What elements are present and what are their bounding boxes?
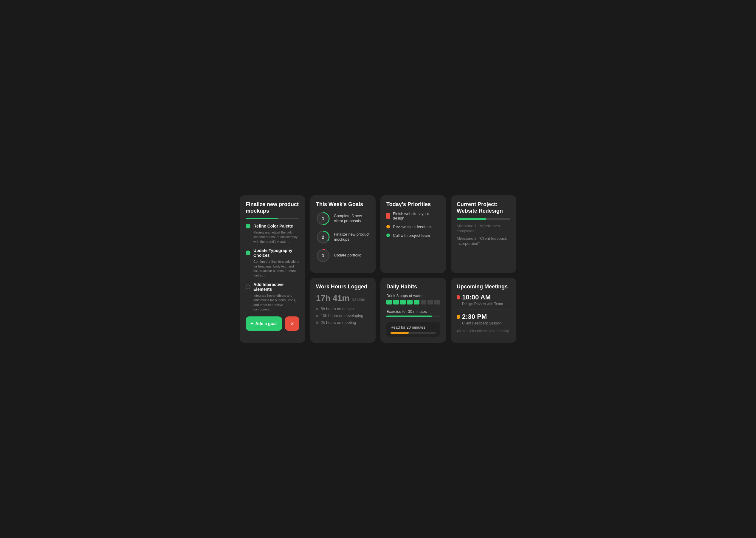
goal-desc-3: Integrate hover effects and animations f… — [246, 294, 299, 312]
read-bar-bg — [390, 332, 436, 334]
project-progress-bar — [457, 218, 510, 220]
priority-2: Review client feedback — [386, 225, 440, 229]
circle-progress-3: 1 — [316, 248, 330, 263]
water-block-2 — [393, 300, 399, 304]
milestone-1: Milestone 1: "Wireframes completed" — [457, 224, 510, 234]
habit-water: Drink 8 cups of water — [386, 294, 440, 304]
weekly-goal-text-2: Finalize new product mockups — [334, 232, 370, 242]
priority-dot-red — [386, 213, 390, 219]
goal-dot-1 — [246, 224, 250, 229]
goal-title-3: Add Interactive Elements — [253, 282, 299, 292]
plus-icon: + — [250, 321, 254, 327]
circle-progress-2: 2 — [316, 230, 330, 244]
goals-progress-fill — [246, 218, 278, 219]
weekly-goal-text-1: Complete 3 new client proposals — [334, 214, 370, 224]
exercise-bar-bg — [386, 315, 440, 317]
work-dot-2 — [316, 315, 318, 317]
goal-desc-2: Confirm the final font selections for he… — [246, 259, 299, 278]
priority-text-2: Review client feedback — [393, 225, 432, 229]
cancel-button[interactable]: × — [285, 316, 299, 331]
priority-text-1: Finish website layout design — [393, 211, 440, 220]
card-title: Finalize new product mockups — [246, 201, 299, 214]
water-block-1 — [386, 300, 392, 304]
weekly-goals-title: This Week's Goals — [316, 201, 370, 208]
work-dot-3 — [316, 321, 318, 324]
meeting-time-1: 10:00 AM — [462, 294, 491, 301]
weekly-goal-1: 1 Complete 3 new client proposals — [316, 211, 370, 226]
meetings-title: Upcoming Meetings — [457, 284, 510, 290]
meeting-dot-yellow — [457, 315, 460, 319]
add-goal-label: Add a goal — [256, 321, 277, 326]
water-block-6 — [421, 300, 426, 304]
work-item-2: 10h hours on developing — [316, 313, 370, 318]
priority-text-3: Call with project team — [393, 233, 430, 238]
svg-text:1: 1 — [322, 253, 324, 258]
habit-water-blocks — [386, 300, 440, 304]
card-weekly-goals: This Week's Goals 1 Complete 3 new clien… — [310, 195, 376, 273]
meeting-dot-red — [457, 295, 460, 299]
work-hours-value: 17h 41m tracked — [316, 294, 370, 303]
x-icon: × — [290, 320, 294, 327]
goal-item-3: Add Interactive Elements Integrate hover… — [246, 282, 299, 312]
project-progress-fill — [457, 218, 486, 220]
meeting-countdown: 45 min. left until the next meeting — [457, 329, 510, 333]
card-upcoming-meetings: Upcoming Meetings 10:00 AM Design Review… — [451, 278, 516, 343]
card-finalize-mockups: Finalize new product mockups Refine Colo… — [240, 195, 305, 343]
add-goal-button[interactable]: + Add a goal — [246, 316, 282, 331]
meeting-name-1: Design Review with Team — [457, 302, 510, 306]
project-title: Current Project: Website Redesign — [457, 201, 510, 214]
work-item-3: 2h hours on meeting — [316, 320, 370, 325]
goal-item-1: Refine Color Palette Review and adjust t… — [246, 224, 299, 244]
habit-exercise: Exercise for 30 minutes — [386, 309, 440, 317]
water-block-7 — [428, 300, 433, 304]
card-current-project: Current Project: Website Redesign Milest… — [451, 195, 516, 273]
priority-1: Finish website layout design — [386, 211, 440, 220]
daily-habits-title: Daily Habits — [386, 284, 440, 290]
exercise-bar-fill — [386, 315, 432, 317]
work-item-text-3: 2h hours on meeting — [321, 320, 356, 325]
read-bar-fill — [390, 332, 409, 334]
water-block-5 — [414, 300, 420, 304]
card-footer: + Add a goal × — [246, 316, 299, 331]
work-hours-title: Work Hours Logged — [316, 284, 370, 290]
water-block-8 — [434, 300, 440, 304]
weekly-goal-2: 2 Finalize new product mockups — [316, 230, 370, 244]
water-block-4 — [407, 300, 413, 304]
work-item-text-2: 10h hours on developing — [321, 313, 363, 318]
goal-desc-1: Review and adjust the color scheme to en… — [246, 230, 299, 244]
weekly-goal-3: 1 Update portfolio — [316, 248, 370, 263]
card-daily-habits: Daily Habits Drink 8 cups of water Exerc… — [380, 278, 446, 343]
meeting-1: 10:00 AM Design Review with Team — [457, 294, 510, 306]
habit-exercise-label: Exercise for 30 minutes — [386, 309, 440, 314]
tracked-label: tracked — [352, 297, 366, 302]
goal-title-1: Refine Color Palette — [253, 224, 293, 229]
habit-water-label: Drink 8 cups of water — [386, 294, 440, 298]
milestone-2: Milestone 2: "Client feedback incorporat… — [457, 236, 510, 246]
goal-item-2: Update Typography Choices Confirm the fi… — [246, 248, 299, 278]
weekly-goal-text-3: Update portfolio — [334, 253, 361, 258]
goals-progress-bar — [246, 218, 299, 219]
priority-dot-yellow — [386, 225, 390, 229]
meetings-divider — [457, 309, 510, 310]
meeting-time-2: 2:30 PM — [462, 313, 487, 321]
meeting-2: 2:30 PM Client Feedback Session — [457, 313, 510, 325]
goal-title-2: Update Typography Choices — [253, 248, 299, 258]
work-dot-1 — [316, 308, 318, 310]
dashboard: Finalize new product mockups Refine Colo… — [240, 195, 516, 343]
goal-dot-2 — [246, 250, 250, 255]
water-block-3 — [400, 300, 406, 304]
habit-read-label: Read for 20 minutes — [390, 325, 436, 330]
meeting-name-2: Client Feedback Session — [457, 321, 510, 325]
svg-text:1: 1 — [322, 216, 324, 221]
card-work-hours: Work Hours Logged 17h 41m tracked 5h hou… — [310, 278, 376, 343]
priorities-title: Today's Priorities — [386, 201, 440, 208]
work-item-1: 5h hours on design — [316, 306, 370, 311]
habit-read: Read for 20 minutes — [386, 322, 440, 337]
card-todays-priorities: Today's Priorities Finish website layout… — [380, 195, 446, 273]
priority-3: Call with project team — [386, 233, 440, 238]
priority-dot-green — [386, 234, 390, 237]
svg-text:2: 2 — [322, 235, 324, 240]
work-item-text-1: 5h hours on design — [321, 306, 354, 311]
circle-progress-1: 1 — [316, 211, 330, 226]
goal-dot-3 — [246, 285, 250, 289]
